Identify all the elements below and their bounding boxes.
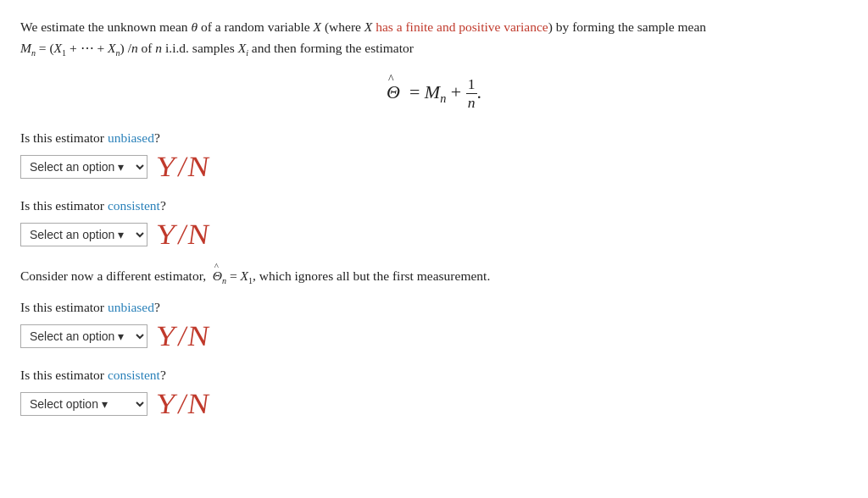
select-q4[interactable]: Select option ▾ Yes No	[20, 392, 147, 416]
intro-paragraph: We estimate the unknown mean θ of a rand…	[20, 17, 848, 60]
question-1-block: Is this estimator unbiased? Select an op…	[20, 130, 848, 183]
yn-annotation-q3: Y/N	[153, 320, 213, 352]
select-q3[interactable]: Select an option ▾ Yes No	[20, 324, 147, 348]
question-1-label: Is this estimator unbiased?	[20, 130, 848, 146]
answer-row-3: Select an option ▾ Yes No Y/N	[20, 320, 848, 352]
yn-annotation-q4: Y/N	[153, 388, 213, 420]
select-q2[interactable]: Select an option ▾ Yes No	[20, 223, 147, 246]
yn-annotation-q2: Y/N	[153, 219, 213, 251]
yn-annotation-q1: Y/N	[153, 151, 213, 183]
question-2-block: Is this estimator consistent? Select an …	[20, 198, 848, 251]
page-container: We estimate the unknown mean θ of a rand…	[20, 17, 848, 420]
question-3-label: Is this estimator unbiased?	[20, 300, 848, 315]
answer-row-2: Select an option ▾ Yes No Y/N	[20, 219, 848, 251]
question-2-label: Is this estimator consistent?	[20, 198, 848, 213]
divider-paragraph: Consider now a different estimator, ^ Θ …	[20, 266, 848, 288]
question-4-block: Is this estimator consistent? Select opt…	[20, 368, 848, 420]
question-3-block: Is this estimator unbiased? Select an op…	[20, 300, 848, 352]
select-q1[interactable]: Select an option ▾ Yes No	[20, 155, 147, 179]
answer-row-4: Select option ▾ Yes No Y/N	[20, 388, 848, 420]
question-4-label: Is this estimator consistent?	[20, 368, 848, 383]
answer-row-1: Select an option ▾ Yes No Y/N	[20, 151, 848, 183]
formula-block: ^ Θ = Mn + 1n.	[20, 75, 848, 112]
